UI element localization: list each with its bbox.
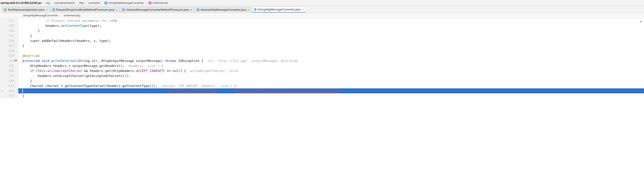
line-number[interactable]: 114 xyxy=(0,28,14,33)
code-line: } xyxy=(18,28,644,33)
text-cursor xyxy=(22,89,23,93)
file-structure-breadcrumb: StringHttpMessageConverter 〉 writeIntern… xyxy=(0,13,644,18)
line-number[interactable]: 123 xyxy=(0,73,14,78)
tab-abstract-http-message-converter[interactable]: C AbstractHttpMessageConverter.java ✕ xyxy=(194,7,252,12)
code-line: headers.setAcceptCharset(getAcceptedChar… xyxy=(18,73,644,78)
line-number[interactable]: 124 xyxy=(0,78,14,83)
code-token: null xyxy=(173,69,180,73)
code-token xyxy=(22,69,30,73)
line-number[interactable]: 122 xyxy=(0,68,14,73)
debug-inline-hint: charset: UTF_8@5387 headers: size = 0 xyxy=(161,84,236,88)
class-icon: C xyxy=(254,8,257,11)
code-token: protected void xyxy=(22,59,51,63)
line-number[interactable]: 118 xyxy=(0,48,14,53)
code-token: super xyxy=(30,39,40,43)
code-line xyxy=(18,48,644,53)
code-line: } xyxy=(18,93,644,98)
code-content[interactable]: ✔ // Prevent charset parameter for JSON.… xyxy=(18,18,644,98)
line-number[interactable]: 115 xyxy=(0,33,14,38)
nav-method[interactable]: writeInternal() xyxy=(64,14,80,17)
crumb-pkg-springframework[interactable]: springframework xyxy=(54,1,76,4)
code-token: (String str, HttpOutputMessage outputMes… xyxy=(76,59,165,63)
debug-inline-hint: writeAcceptCharset: false xyxy=(190,69,238,73)
execution-pointer-icon xyxy=(1,91,3,91)
method-icon: m xyxy=(148,1,152,4)
line-number[interactable]: 120 xyxy=(0,58,14,63)
code-line-current-execution: StreamUtils.copy(str, charset, outputMes… xyxy=(18,88,644,93)
tab-label: TestReponseApplication.java xyxy=(8,8,44,11)
line-number[interactable]: 125 xyxy=(0,83,14,88)
close-icon[interactable]: ✕ xyxy=(248,9,250,11)
class-icon: C xyxy=(4,8,6,11)
code-token: ACCEPT_CHARSET xyxy=(136,69,163,73)
line-number[interactable]: 116 xyxy=(0,38,14,43)
crumb-pkg-http[interactable]: http xyxy=(79,1,85,4)
class-icon: C xyxy=(197,8,199,11)
code-token: Charset charset = getContentTypeCharset(… xyxy=(22,84,161,88)
nav-class[interactable]: StringHttpMessageConverter xyxy=(23,14,58,17)
code-token: ) == xyxy=(163,69,172,73)
code-token: && headers.get(HttpHeaders. xyxy=(82,69,136,73)
tab-abstract-message-converter-method[interactable]: C AbstractMessageConverterMethodProcesso… xyxy=(120,7,194,12)
crumb-sep: 〉 xyxy=(145,1,148,5)
comment-text: // Prevent charset parameter for JSON.. xyxy=(22,19,120,22)
line-number[interactable]: 117 xyxy=(0,43,14,48)
code-token: writeInternal xyxy=(51,59,76,63)
code-line: if (this.writeAcceptCharset && headers.g… xyxy=(18,68,644,73)
line-number[interactable]: 113 xyxy=(0,23,14,28)
code-token: this xyxy=(38,69,46,73)
crumb-jar[interactable]: spring-web-5.2.10.RELEASE.jar xyxy=(0,1,43,4)
crumb-sep: 〉 xyxy=(101,1,104,5)
close-icon[interactable]: ✕ xyxy=(302,8,304,11)
line-number[interactable]: 126 xyxy=(0,88,14,93)
code-token: HttpHeaders headers = outputMessage.getH… xyxy=(22,64,128,68)
crumb-class[interactable]: CStringHttpMessageConverter xyxy=(104,1,145,4)
code-token: .addDefaultHeaders(headers, s, type); xyxy=(40,39,111,43)
annotation-box xyxy=(236,88,260,93)
tab-label: AbstractMessageConverterMethodProcessor.… xyxy=(126,8,189,11)
annotation-box xyxy=(263,88,338,93)
crumb-sep: 〉 xyxy=(60,13,62,17)
code-line: // Prevent charset parameter for JSON.. xyxy=(18,18,644,23)
svg-point-0 xyxy=(14,60,16,62)
tab-string-http-message-converter[interactable]: C StringHttpMessageConverter.java ✕ xyxy=(252,6,306,12)
line-number[interactable]: 112 xyxy=(0,18,14,23)
code-token: ( xyxy=(34,69,38,73)
code-token: if xyxy=(30,69,34,73)
debug-inline-hint: str: "http://123.jpg" outputMessage: Ser… xyxy=(207,59,298,63)
crumb-method-label: writeInternal xyxy=(152,1,168,4)
close-icon[interactable]: ✕ xyxy=(190,9,192,11)
crumb-sep: 〉 xyxy=(52,1,54,5)
class-icon: C xyxy=(122,8,125,11)
code-line: Charset charset = getContentTypeCharset(… xyxy=(18,83,644,88)
editor-area: 112 113 114 115 116 117 118 119 120 121 … xyxy=(0,18,644,98)
override-marker-icon[interactable] xyxy=(14,59,18,62)
crumb-jar-label: spring-web-5.2.10.RELEASE.jar xyxy=(0,1,41,4)
crumb-method[interactable]: mwriteInternal xyxy=(148,1,169,4)
close-icon[interactable]: ✕ xyxy=(116,9,118,11)
tab-request-response-body[interactable]: C RequestResponseBodyMethodProcessor.jav… xyxy=(50,7,120,12)
code-token: throws xyxy=(165,59,176,63)
line-number[interactable]: 127 xyxy=(0,93,14,98)
code-token: headers. xyxy=(22,24,61,28)
code-line: @Override xyxy=(18,53,644,58)
code-line: super.addDefaultHeaders(headers, s, type… xyxy=(18,38,644,43)
crumb-pkg-org[interactable]: org xyxy=(46,1,51,4)
code-line: } xyxy=(18,78,644,83)
code-token: writeAcceptCharset xyxy=(48,69,82,73)
close-icon[interactable]: ✕ xyxy=(46,9,48,11)
tab-test-response-app[interactable]: C TestReponseApplication.java ✕ xyxy=(2,7,50,12)
code-token: setContentType xyxy=(61,24,88,28)
code-token: @Override xyxy=(22,54,40,58)
crumb-class-label: StringHttpMessageConverter xyxy=(108,1,144,4)
line-number[interactable]: 119 xyxy=(0,53,14,58)
line-number[interactable]: 121 xyxy=(0,63,14,68)
code-line: protected void writeInternal(String str,… xyxy=(18,58,644,63)
class-icon: C xyxy=(104,1,108,4)
breadcrumb-bar: spring-web-5.2.10.RELEASE.jar 〉 org 〉 sp… xyxy=(0,0,644,6)
code-line: headers.setContentType(type); xyxy=(18,23,644,28)
debug-inline-hint: headers: size = 0 xyxy=(128,64,163,68)
analysis-ok-icon[interactable]: ✔ xyxy=(640,19,642,23)
crumb-pkg-converter[interactable]: converter xyxy=(88,1,101,4)
tab-label: StringHttpMessageConverter.java xyxy=(258,8,300,11)
